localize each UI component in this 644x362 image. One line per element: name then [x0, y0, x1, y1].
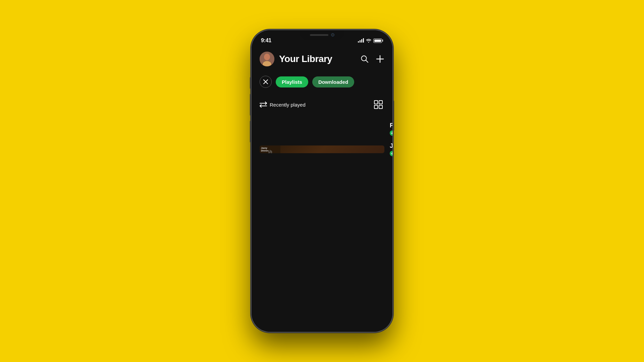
- thumb-label-jazzy: JazzyDinner: [261, 147, 268, 152]
- add-button[interactable]: [376, 55, 384, 63]
- sort-label[interactable]: Recently played: [270, 102, 306, 108]
- wifi-icon: [366, 39, 371, 43]
- mute-button: [250, 77, 251, 89]
- list-item[interactable]: PumpedPop: [260, 119, 384, 139]
- grid-view-button[interactable]: [372, 99, 384, 111]
- volume-down-button: [250, 121, 251, 142]
- svg-rect-15: [379, 105, 382, 109]
- playlist-info-jazzy-dinner: Jazzy Dinner Playlist •: [390, 142, 392, 156]
- filter-downloaded-button[interactable]: Downloaded: [312, 76, 354, 87]
- power-button: [393, 101, 394, 131]
- status-time: 9:41: [261, 38, 271, 44]
- download-badge-icon: [390, 151, 392, 156]
- playlist-thumbnail-jazzy-dinner: JazzyDinner: [260, 145, 384, 153]
- signal-bar-4: [363, 38, 364, 43]
- close-icon: [263, 79, 268, 84]
- signal-bar-1: [358, 41, 359, 43]
- clear-filters-button[interactable]: [260, 76, 272, 88]
- list-item[interactable]: JazzyDinner Jazzy Dinner: [260, 139, 384, 160]
- avatar[interactable]: [260, 52, 274, 66]
- front-camera: [331, 33, 334, 37]
- download-badge-icon: [390, 130, 392, 136]
- sort-row: Recently played: [260, 99, 384, 111]
- header-left: Your Library: [260, 52, 332, 66]
- playlist-name: Jazzy Dinner: [390, 142, 392, 149]
- battery-icon: [373, 39, 383, 43]
- svg-rect-13: [379, 101, 382, 104]
- svg-rect-14: [374, 105, 378, 109]
- playlist-meta: Playlist • Spotify: [390, 130, 392, 136]
- phone-wrapper: 9:41: [252, 30, 392, 332]
- signal-bar-3: [361, 39, 362, 43]
- grid-view-icon: [374, 100, 383, 109]
- main-content: Your Library: [252, 46, 392, 160]
- playlist-meta: Playlist • Spotify: [390, 151, 392, 156]
- sort-left: Recently played: [260, 102, 306, 108]
- svg-line-5: [366, 60, 368, 63]
- add-icon: [376, 55, 384, 63]
- volume-up-button: [250, 94, 251, 116]
- playlist-name: Pumped Pop: [390, 122, 392, 129]
- download-arrow-icon: [391, 152, 392, 155]
- notch: [300, 30, 344, 40]
- phone-screen: 9:41: [252, 30, 392, 332]
- signal-bar-2: [360, 40, 361, 43]
- download-arrow-icon: [391, 131, 392, 135]
- speaker-grille: [310, 34, 328, 36]
- sort-arrows-icon: [260, 102, 267, 108]
- signal-icon: [358, 39, 364, 43]
- library-header: Your Library: [260, 52, 384, 66]
- playlist-list: PumpedPop: [260, 119, 384, 160]
- search-icon: [360, 55, 369, 63]
- page-title: Your Library: [279, 54, 332, 64]
- header-right: [360, 55, 384, 63]
- filter-playlists-button[interactable]: Playlists: [276, 76, 308, 87]
- search-button[interactable]: [360, 55, 369, 63]
- status-right: [358, 39, 383, 43]
- playlist-info-pumped-pop: Pumped Pop Playlist • S: [390, 122, 392, 136]
- phone-frame: 9:41: [252, 30, 392, 332]
- filter-row: Playlists Downloaded: [260, 76, 384, 88]
- svg-point-1: [264, 54, 270, 60]
- svg-rect-12: [374, 101, 378, 104]
